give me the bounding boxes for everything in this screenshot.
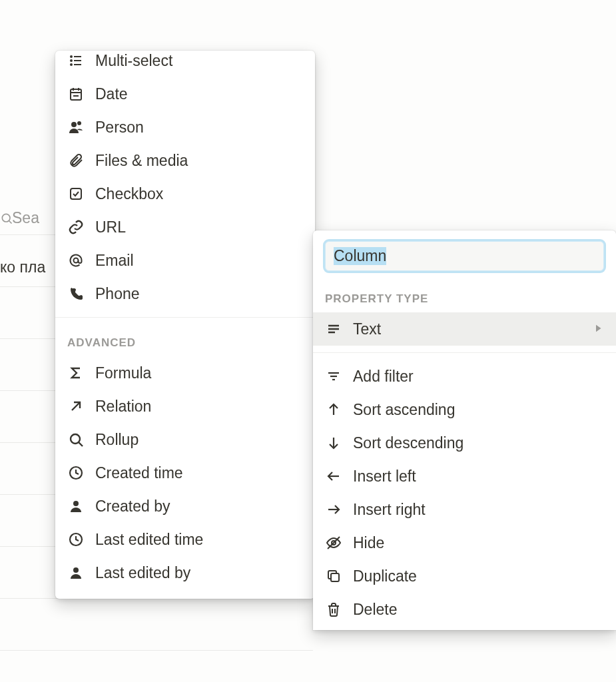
checkbox-icon [67,185,85,202]
calendar-icon [67,85,85,103]
action-sort-descending[interactable]: Sort descending [313,426,616,460]
advanced-header: ADVANCED [55,324,315,356]
action-add-filter[interactable]: Add filter [313,360,616,393]
type-option-relation[interactable]: Relation [55,390,315,423]
svg-point-16 [74,258,79,263]
filter-icon [325,368,342,385]
svg-point-6 [71,60,72,61]
arrow-down-icon [325,434,342,452]
action-insert-left[interactable]: Insert left [313,460,616,493]
menu-item-label: Relation [95,395,151,418]
type-option-phone[interactable]: Phone [55,277,315,310]
menu-item-label: Rollup [95,428,139,452]
svg-line-17 [72,402,80,410]
menu-item-label: Delete [353,598,397,621]
link-icon [67,218,85,236]
property-type-submenu: Multi-select Date Person Files & media C… [55,51,315,599]
type-option-rollup[interactable]: Rollup [55,423,315,456]
menu-divider [55,317,315,318]
svg-rect-8 [71,89,81,100]
svg-rect-15 [71,188,81,199]
menu-item-label: Email [95,249,134,272]
svg-point-5 [71,56,72,57]
svg-point-0 [2,214,10,222]
menu-item-label: Text [353,318,381,341]
menu-item-label: Created time [95,462,183,485]
menu-item-label: Sort ascending [353,398,455,422]
user-solid-icon [67,564,85,581]
phone-icon [67,285,85,302]
list-icon [67,52,85,69]
menu-item-label: Hide [353,531,384,555]
type-option-files[interactable]: Files & media [55,144,315,177]
person-icon [67,119,85,136]
type-option-last-edited-time[interactable]: Last edited time [55,523,315,556]
menu-item-label: Insert right [353,498,426,521]
type-option-created-time[interactable]: Created time [55,456,315,490]
menu-item-label: Last edited by [95,561,190,585]
bg-divider [0,650,313,651]
action-delete[interactable]: Delete [313,593,616,626]
type-option-url[interactable]: URL [55,210,315,244]
menu-item-label: Sort descending [353,432,463,455]
type-option-multi-select[interactable]: Multi-select [55,51,315,77]
arrow-ne-icon [67,398,85,415]
eye-off-icon [325,534,342,551]
bg-row-text: ко пла [0,258,45,276]
property-type-selector[interactable]: Text [313,312,616,346]
search-label: Sea [12,209,39,227]
menu-item-label: Formula [95,362,151,385]
type-option-formula[interactable]: Formula [55,356,315,390]
at-icon [67,252,85,269]
sigma-icon [67,364,85,382]
user-solid-icon [67,498,85,515]
type-option-last-edited-by[interactable]: Last edited by [55,556,315,589]
type-option-email[interactable]: Email [55,244,315,277]
menu-item-label: Person [95,116,144,139]
svg-line-1 [9,221,12,224]
type-option-person[interactable]: Person [55,111,315,144]
menu-item-label: Phone [95,282,140,306]
clock-icon [67,531,85,548]
type-option-created-by[interactable]: Created by [55,490,315,523]
menu-item-label: Duplicate [353,565,417,588]
svg-rect-36 [331,573,339,581]
svg-point-13 [71,122,77,127]
svg-point-7 [71,64,72,65]
arrow-left-icon [325,468,342,485]
menu-item-label: URL [95,216,126,239]
search-icon [67,431,85,448]
action-duplicate[interactable]: Duplicate [313,559,616,593]
type-option-checkbox[interactable]: Checkbox [55,177,315,210]
attachment-icon [67,152,85,169]
menu-item-label: Multi-select [95,51,172,72]
chevron-right-icon [592,318,604,341]
column-edit-popover: PROPERTY TYPE Text Add filter Sort ascen… [313,230,616,630]
action-sort-ascending[interactable]: Sort ascending [313,393,616,426]
svg-point-23 [73,567,79,573]
search-icon [0,212,13,228]
svg-point-21 [73,501,79,506]
action-hide[interactable]: Hide [313,526,616,559]
menu-item-label: Checkbox [95,182,163,206]
duplicate-icon [325,567,342,585]
clock-icon [67,464,85,482]
type-option-date[interactable]: Date [55,77,315,111]
svg-point-14 [77,121,81,125]
column-name-input[interactable] [325,241,604,271]
svg-line-19 [79,442,83,446]
menu-item-label: Created by [95,495,170,518]
arrow-right-icon [325,501,342,518]
arrow-up-icon [325,401,342,418]
menu-item-label: Add filter [353,365,414,388]
text-icon [325,320,342,338]
trash-icon [325,601,342,618]
svg-point-18 [71,434,80,444]
menu-item-label: Files & media [95,149,188,172]
menu-divider [313,352,616,353]
menu-item-label: Last edited time [95,528,203,551]
menu-item-label: Insert left [353,465,416,488]
property-type-header: PROPERTY TYPE [313,280,616,312]
menu-item-label: Date [95,83,128,106]
action-insert-right[interactable]: Insert right [313,493,616,526]
